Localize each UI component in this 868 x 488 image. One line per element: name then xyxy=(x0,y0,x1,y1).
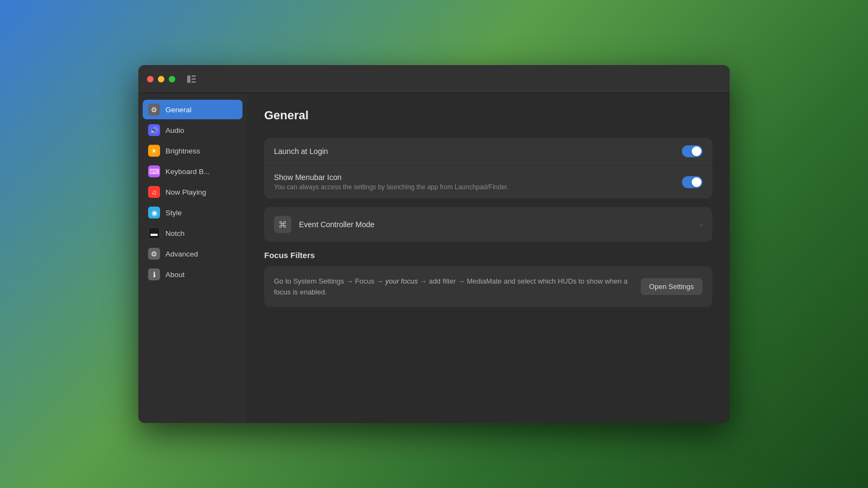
app-window: ⚙ General 🔊 Audio ☀ Brightness ⌨ Keyboar… xyxy=(138,65,730,423)
sidebar-label-notch: Notch xyxy=(165,229,184,237)
sidebar-label-general: General xyxy=(165,106,192,114)
titlebar xyxy=(138,65,730,93)
sidebar-label-audio: Audio xyxy=(165,126,184,134)
sidebar-item-audio[interactable]: 🔊 Audio xyxy=(143,120,242,140)
show-menubar-label-container: Show Menubar Icon You can always access … xyxy=(274,173,682,191)
sidebar-label-brightness: Brightness xyxy=(165,147,200,155)
open-settings-button[interactable]: Open Settings xyxy=(641,278,703,295)
sidebar-item-style[interactable]: ◉ Style xyxy=(143,203,242,222)
about-icon: ℹ xyxy=(148,268,160,280)
sidebar-label-nowplaying: Now Playing xyxy=(165,188,206,196)
event-controller-card[interactable]: ⌘ Event Controller Mode › xyxy=(264,207,712,242)
sidebar-toggle-button[interactable] xyxy=(186,74,197,85)
sidebar-item-brightness[interactable]: ☀ Brightness xyxy=(143,141,242,160)
show-menubar-row: Show Menubar Icon You can always access … xyxy=(264,165,712,198)
minimize-button[interactable] xyxy=(158,76,164,82)
sidebar-label-style: Style xyxy=(165,209,182,217)
show-menubar-description: You can always access the settings by la… xyxy=(274,183,682,191)
sidebar: ⚙ General 🔊 Audio ☀ Brightness ⌨ Keyboar… xyxy=(138,93,247,423)
launch-at-login-label: Launch at Login xyxy=(274,147,682,156)
svg-rect-3 xyxy=(192,81,196,83)
sidebar-item-notch[interactable]: ▬ Notch xyxy=(143,223,242,243)
sidebar-label-advanced: Advanced xyxy=(165,250,198,258)
launch-at-login-label-container: Launch at Login xyxy=(274,147,682,156)
event-controller-label: Event Controller Mode xyxy=(299,220,700,229)
page-title: General xyxy=(264,108,712,123)
close-button[interactable] xyxy=(147,76,154,82)
launch-at-login-row: Launch at Login xyxy=(264,138,712,165)
advanced-icon: ⚙ xyxy=(148,248,160,260)
sidebar-label-keyboard: Keyboard B... xyxy=(165,168,210,176)
focus-filter-description: Go to System Settings → Focus → your foc… xyxy=(274,276,631,297)
focus-filters-card: Go to System Settings → Focus → your foc… xyxy=(264,266,712,307)
svg-rect-1 xyxy=(192,75,196,77)
nowplaying-icon: ♫ xyxy=(148,186,160,198)
keyboard-icon: ⌨ xyxy=(148,165,160,177)
sidebar-item-general[interactable]: ⚙ General xyxy=(143,100,242,119)
sidebar-item-keyboard[interactable]: ⌨ Keyboard B... xyxy=(143,162,242,181)
general-icon: ⚙ xyxy=(148,104,160,115)
event-controller-icon: ⌘ xyxy=(274,216,291,233)
sidebar-label-about: About xyxy=(165,271,184,279)
style-icon: ◉ xyxy=(148,207,160,219)
svg-rect-2 xyxy=(192,78,196,80)
settings-card: Launch at Login Show Menubar Icon You ca… xyxy=(264,138,712,198)
content-area: ⚙ General 🔊 Audio ☀ Brightness ⌨ Keyboar… xyxy=(138,93,730,423)
svg-rect-0 xyxy=(187,75,190,83)
sidebar-item-about[interactable]: ℹ About xyxy=(143,265,242,284)
notch-icon: ▬ xyxy=(148,227,160,239)
focus-filters-title: Focus Filters xyxy=(264,251,712,260)
chevron-right-icon: › xyxy=(700,220,703,229)
event-controller-row[interactable]: ⌘ Event Controller Mode › xyxy=(264,207,712,242)
maximize-button[interactable] xyxy=(169,76,175,82)
brightness-icon: ☀ xyxy=(148,145,160,157)
audio-icon: 🔊 xyxy=(148,124,160,136)
sidebar-item-nowplaying[interactable]: ♫ Now Playing xyxy=(143,182,242,202)
sidebar-item-advanced[interactable]: ⚙ Advanced xyxy=(143,244,242,264)
show-menubar-toggle[interactable] xyxy=(682,176,703,188)
show-menubar-label: Show Menubar Icon xyxy=(274,173,682,182)
main-content: General Launch at Login Show Menubar Ico… xyxy=(247,93,730,423)
launch-at-login-toggle[interactable] xyxy=(682,145,703,157)
